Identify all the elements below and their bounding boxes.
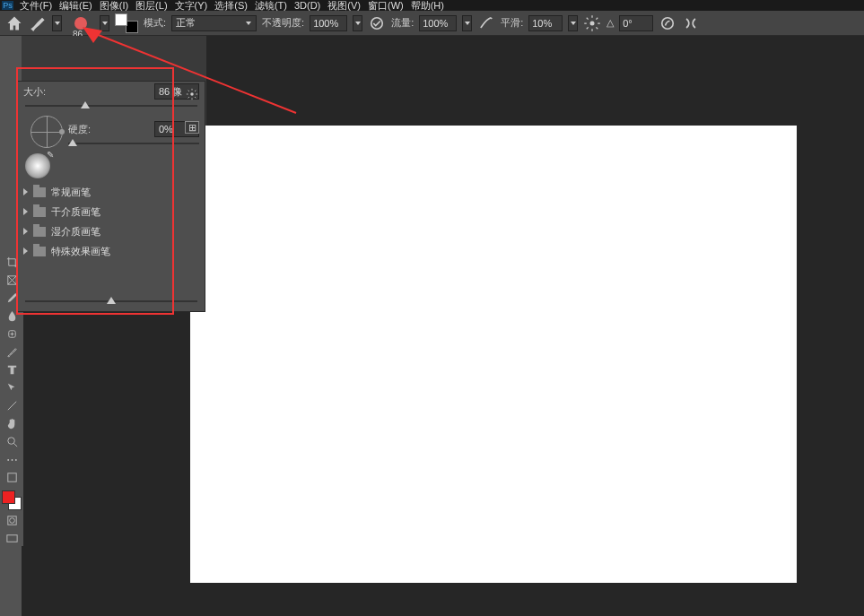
- svg-point-1: [590, 21, 595, 25]
- smooth-label: 平滑:: [501, 16, 523, 30]
- menu-edit[interactable]: 编辑(E): [56, 0, 96, 13]
- menu-layer[interactable]: 图层(L): [132, 0, 170, 13]
- expand-icon[interactable]: [23, 228, 28, 235]
- tool-hand-icon[interactable]: [3, 415, 21, 431]
- brush-preset-dropdown[interactable]: [100, 15, 109, 31]
- brush-folder[interactable]: 干介质画笔: [18, 202, 205, 221]
- tool-preset-dropdown[interactable]: [52, 15, 62, 31]
- folder-icon: [33, 247, 46, 256]
- smooth-options-icon[interactable]: [583, 14, 601, 32]
- brush-folder[interactable]: 湿介质画笔: [18, 221, 205, 241]
- pressure-opacity-icon[interactable]: [368, 14, 386, 32]
- slider-thumb-icon[interactable]: [107, 297, 116, 304]
- svg-point-5: [7, 437, 14, 444]
- menu-view[interactable]: 视图(V): [324, 0, 364, 13]
- folder-label: 湿介质画笔: [51, 225, 100, 239]
- smooth-dropdown[interactable]: [568, 15, 578, 31]
- brush-size-slider[interactable]: [25, 101, 197, 110]
- tool-line-icon[interactable]: [3, 397, 21, 413]
- menu-bar: Ps 文件(F) 编辑(E) 图像(I) 图层(L) 文字(Y) 选择(S) 滤…: [0, 0, 864, 11]
- svg-rect-9: [6, 534, 16, 542]
- airbrush-icon[interactable]: [477, 14, 495, 32]
- menu-image[interactable]: 图像(I): [96, 0, 132, 13]
- pressure-size-icon[interactable]: [659, 14, 676, 32]
- angle-field[interactable]: 0°: [619, 15, 653, 31]
- brush-hardness-label: 硬度:: [68, 123, 91, 136]
- folder-icon: [33, 187, 46, 197]
- new-preset-button[interactable]: ⊞: [185, 121, 199, 134]
- menu-file[interactable]: 文件(F): [16, 0, 56, 13]
- color-swatches[interactable]: [2, 490, 22, 510]
- opacity-field[interactable]: 100%: [310, 15, 347, 31]
- brush-thumbnail-size-slider[interactable]: [25, 297, 197, 306]
- tool-healing-icon[interactable]: [3, 325, 21, 342]
- menu-filter[interactable]: 滤镜(T): [251, 0, 291, 13]
- svg-point-10: [190, 92, 194, 96]
- canvas[interactable]: [190, 126, 797, 583]
- slider-thumb-icon[interactable]: [81, 101, 90, 108]
- brush-preview-swatch[interactable]: ✎: [25, 153, 50, 178]
- flow-dropdown[interactable]: [462, 15, 472, 31]
- quickmask-icon[interactable]: [3, 512, 21, 528]
- brush-angle-control[interactable]: [31, 116, 63, 148]
- folder-icon: [33, 227, 46, 237]
- workspace: ⋯ 大小: 86 像 硬度: 0%: [0, 36, 864, 616]
- opacity-dropdown[interactable]: [353, 15, 362, 31]
- pencil-icon: ✎: [47, 150, 54, 160]
- mode-label: 模式:: [144, 16, 166, 30]
- tool-text-icon[interactable]: [3, 361, 21, 377]
- brush-preset-picker[interactable]: 86: [67, 13, 94, 34]
- menu-3d[interactable]: 3D(D): [291, 0, 324, 11]
- mode-value: 正常: [176, 16, 196, 30]
- options-bar: 86 模式: 正常 不透明度: 100% 流量: 100% 平滑: 10% △ …: [0, 11, 864, 36]
- flow-label: 流量:: [391, 16, 414, 30]
- menu-help[interactable]: 帮助(H): [407, 0, 448, 13]
- tool-brush-icon[interactable]: [29, 14, 47, 32]
- brush-folder-list: 常规画笔 干介质画笔 湿介质画笔 特殊效果画笔: [18, 182, 205, 261]
- svg-point-2: [662, 17, 674, 29]
- expand-icon[interactable]: [23, 208, 28, 215]
- menu-window[interactable]: 窗口(W): [364, 0, 407, 13]
- expand-icon[interactable]: [23, 188, 28, 195]
- slider-thumb-icon[interactable]: [68, 139, 77, 146]
- svg-rect-6: [7, 473, 15, 481]
- brush-size-label: 大小:: [23, 85, 46, 99]
- brush-preset-popup: 大小: 86 像 硬度: 0% ⊞: [17, 81, 205, 312]
- brush-hardness-slider[interactable]: [68, 139, 199, 148]
- mode-select[interactable]: 正常: [171, 15, 257, 31]
- chevron-down-icon: [245, 15, 252, 31]
- svg-point-0: [371, 17, 383, 29]
- toolbox-edit-icon[interactable]: [3, 469, 21, 485]
- swatch-fg-icon: [115, 13, 127, 26]
- tool-zoom-icon[interactable]: [3, 433, 21, 449]
- opacity-label: 不透明度:: [262, 16, 304, 30]
- smooth-field[interactable]: 10%: [528, 15, 563, 31]
- angle-marker-icon[interactable]: [59, 129, 65, 134]
- menu-type[interactable]: 文字(Y): [171, 0, 212, 13]
- screenmode-icon[interactable]: [3, 530, 21, 546]
- toolbox-more-icon[interactable]: ⋯: [3, 451, 21, 467]
- ps-logo-icon: Ps: [2, 1, 13, 10]
- brush-color-swatches[interactable]: [115, 13, 138, 33]
- brush-folder[interactable]: 常规画笔: [18, 182, 205, 202]
- flow-field[interactable]: 100%: [419, 15, 457, 31]
- expand-icon[interactable]: [23, 247, 28, 255]
- svg-point-8: [9, 517, 14, 523]
- tool-path-icon[interactable]: [3, 379, 21, 395]
- swatch-bg-icon: [126, 21, 138, 33]
- brush-dot-icon: [74, 17, 87, 30]
- brush-folder[interactable]: 特殊效果画笔: [18, 241, 205, 261]
- brush-popup-gear-icon[interactable]: [183, 85, 201, 103]
- symmetry-icon[interactable]: [682, 14, 700, 32]
- folder-label: 常规画笔: [51, 186, 91, 199]
- angle-icon-label: △: [607, 17, 614, 29]
- folder-label: 特殊效果画笔: [51, 245, 110, 258]
- home-icon[interactable]: [5, 14, 23, 32]
- folder-label: 干介质画笔: [51, 205, 100, 219]
- menu-select[interactable]: 选择(S): [211, 0, 251, 13]
- fg-color-swatch[interactable]: [2, 490, 15, 504]
- folder-icon: [33, 207, 46, 217]
- tool-brush-icon[interactable]: [3, 343, 21, 360]
